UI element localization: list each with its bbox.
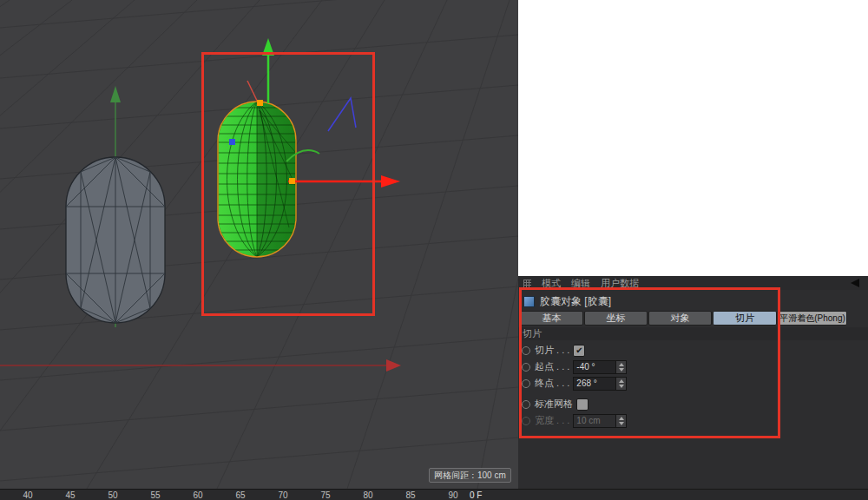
capsule-green-object[interactable] (218, 102, 296, 257)
from-angle-input[interactable]: -40 ° (573, 360, 616, 374)
panel-collapse-icon[interactable] (851, 279, 859, 287)
spinner-down-icon (619, 422, 624, 425)
ruler-tick: 70 (278, 490, 287, 500)
ruler-tick: 55 (150, 490, 160, 500)
property-label: 标准网格 (535, 398, 573, 411)
width-input: 10 cm (573, 414, 616, 428)
spinner-up-icon (619, 417, 624, 420)
from-angle-spinner[interactable] (616, 360, 627, 374)
ruler-tick: 40 (23, 490, 32, 500)
attribute-tabs: 基本 坐标 对象 切片 平滑着色(Phong) (520, 311, 847, 326)
property-label: 终点 . . . (535, 377, 569, 390)
ruler-tick: 90 (448, 490, 457, 500)
spinner-down-icon[interactable] (619, 385, 624, 388)
tab-coordinates[interactable]: 坐标 (584, 311, 648, 326)
capsule-object-icon (523, 296, 535, 307)
selected-vertex-dot (229, 139, 235, 145)
to-angle-spinner[interactable] (616, 377, 627, 391)
viewport[interactable]: 网格间距：100 cm (0, 0, 518, 489)
tab-phong[interactable]: 平滑着色(Phong) (778, 311, 847, 326)
ruler-tick: 60 (193, 490, 202, 500)
animation-dot-icon[interactable] (522, 346, 530, 355)
world-x-axis (0, 359, 401, 372)
timeline-ruler[interactable]: 40 45 50 55 60 65 70 75 80 85 90 0 F (0, 489, 868, 500)
viewport-canvas (0, 0, 518, 489)
x-handle-dot (289, 178, 295, 184)
tab-object[interactable]: 对象 (648, 311, 712, 326)
property-label: 切片 . . . (535, 344, 569, 357)
attribute-manager-panel: 模式 编辑 用户数据 胶囊对象 [胶囊] 基本 坐标 对象 切片 平滑着色(Ph… (518, 276, 868, 489)
property-row-slice: 切片 . . . ✔ (518, 342, 868, 359)
panel-menu-grid-icon[interactable] (523, 280, 531, 287)
animation-dot-icon[interactable] (522, 379, 530, 388)
z-axis-indicator (328, 98, 356, 131)
current-frame-label: 0 F (470, 490, 482, 500)
section-header-slice: 切片 (518, 327, 868, 340)
property-row-width: 宽度 . . . 10 cm (518, 412, 868, 429)
tab-basic[interactable]: 基本 (520, 311, 583, 326)
top-handle-dot (257, 100, 263, 106)
property-row-to: 终点 . . . 268 ° (518, 375, 868, 391)
property-label: 起点 . . . (535, 360, 569, 373)
ruler-tick: 65 (235, 490, 245, 500)
object-title-row: 胶囊对象 [胶囊] (523, 294, 611, 308)
property-label: 宽度 . . . (535, 414, 569, 427)
animation-dot-icon (522, 417, 530, 425)
spinner-up-icon[interactable] (619, 363, 624, 366)
to-angle-input[interactable]: 268 ° (573, 377, 616, 391)
regular-grid-checkbox[interactable] (576, 398, 589, 411)
application-window: 网格间距：100 cm 模式 编辑 用户数据 胶囊对象 [胶囊] 基本 坐标 对… (0, 0, 868, 500)
capsule-gray-object[interactable] (66, 157, 165, 323)
ruler-tick: 50 (108, 490, 117, 500)
spinner-up-icon[interactable] (619, 379, 624, 383)
menu-item-mode[interactable]: 模式 (542, 277, 561, 290)
ruler-tick: 80 (363, 490, 372, 500)
property-list: 切片 . . . ✔ 起点 . . . -40 ° 终点 . . . (518, 342, 868, 429)
menu-item-userdata[interactable]: 用户数据 (601, 277, 639, 290)
grid-spacing-label: 网格间距：100 cm (429, 468, 511, 483)
slice-checkbox[interactable]: ✔ (573, 345, 585, 357)
object-title: 胶囊对象 [胶囊] (540, 294, 611, 309)
animation-dot-icon[interactable] (522, 363, 530, 372)
spinner-down-icon[interactable] (619, 368, 624, 372)
property-row-from: 起点 . . . -40 ° (518, 359, 868, 375)
width-spinner (616, 414, 627, 428)
attribute-menu-bar: 模式 编辑 用户数据 (518, 276, 868, 290)
property-row-regular-grid: 标准网格 (518, 396, 868, 412)
ruler-tick: 45 (65, 490, 75, 500)
menu-item-edit[interactable]: 编辑 (571, 277, 590, 290)
animation-dot-icon[interactable] (522, 400, 530, 409)
ruler-tick: 85 (405, 490, 415, 500)
ruler-tick: 75 (320, 490, 330, 500)
tab-slice[interactable]: 切片 (713, 311, 777, 326)
